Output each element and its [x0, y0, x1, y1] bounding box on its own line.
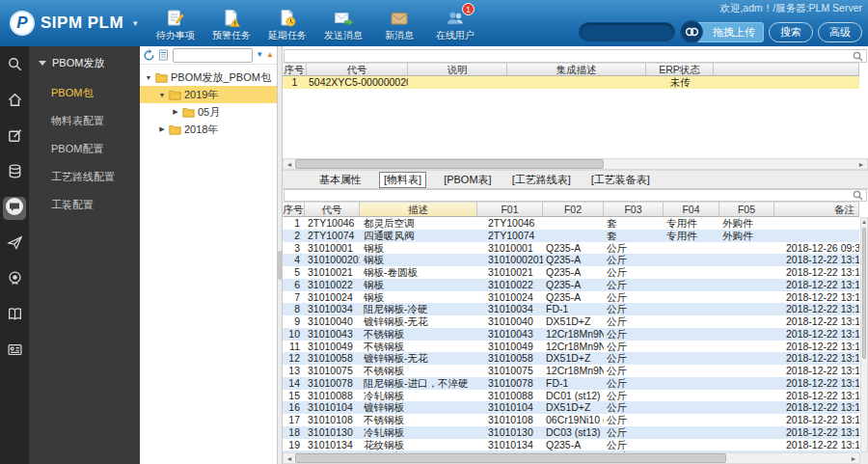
expand-all-icon[interactable]: ▼ [256, 48, 263, 62]
lower-column-header[interactable]: 描述 [360, 202, 477, 217]
sidebar-item-pbom-package[interactable]: PBOM包 [29, 79, 140, 107]
lower-column-header[interactable]: 备注 [774, 202, 859, 217]
scroll-right-icon[interactable]: ► [848, 455, 859, 462]
table-cell: 公斤 [604, 365, 664, 377]
toolbar-item-alert-tasks[interactable]: 预警任务 [206, 8, 257, 42]
upper-column-header[interactable]: 序号 [283, 63, 307, 76]
rail-item-send[interactable] [3, 232, 26, 256]
lower-table-row[interactable]: 831010034阻尼钢板-冷硬31010034FD-1公斤2018-12-22… [283, 303, 859, 315]
advanced-button[interactable]: 高级 [818, 22, 862, 42]
rail-item-messages[interactable] [3, 197, 26, 220]
refresh-icon[interactable] [143, 49, 155, 62]
lower-column-header[interactable]: F04 [664, 202, 719, 217]
lower-table-row[interactable]: 1131010049不锈钢板3101004912Cr18Mn9Ni5...公斤2… [283, 341, 859, 353]
upper-column-header[interactable]: 集成描述 [507, 63, 646, 76]
lower-column-header[interactable]: F03 [604, 202, 664, 217]
caret-expanded-icon[interactable]: ▼ [145, 74, 152, 81]
tab-basic-attributes[interactable]: 基本属性 [316, 172, 365, 188]
lower-table-row[interactable]: 1831010130冷轧钢板31010130DC03 (st13)公斤2018-… [283, 426, 859, 439]
lower-quick-search-bar[interactable] [284, 189, 867, 202]
lower-column-header[interactable]: 序号 [283, 202, 305, 217]
lower-column-header[interactable]: F02 [543, 202, 604, 217]
lower-table-row[interactable]: 731010024钢板31010024Q235-A公斤2018-12-22 13… [283, 291, 859, 304]
lower-horizontal-scrollbar[interactable]: ◄ ► [283, 452, 860, 464]
tree-search-input[interactable] [173, 48, 253, 63]
sidebar-item-tooling-config[interactable]: 工装配置 [29, 191, 140, 219]
upper-column-header[interactable] [714, 63, 859, 76]
tree-node-root[interactable]: ▼ PBOM发放_PBOM包 [140, 68, 277, 86]
rail-item-home[interactable] [3, 90, 26, 113]
scroll-right-icon[interactable]: ► [855, 161, 867, 168]
lower-table-row[interactable]: 1931010134花纹钢板31010134Q235-A公斤2018-12-22… [283, 439, 859, 451]
lower-table-row[interactable]: 1631010104镀锌钢板31010104DX51D+Z公斤2018-12-2… [283, 401, 859, 414]
lower-column-header[interactable]: F05 [719, 202, 774, 217]
rail-item-broadcast[interactable] [3, 268, 26, 291]
lower-table-row[interactable]: 43101000201钢板3101000201Q235-A公斤2018-12-2… [283, 254, 859, 266]
tab-pbom-table[interactable]: [PBOM表] [441, 172, 495, 188]
tree-node-05[interactable]: ▶ 05月 [140, 103, 277, 121]
caret-collapsed-icon[interactable]: ▶ [158, 125, 166, 133]
sidebar-group-pbom-release[interactable]: PBOM发放 [29, 46, 140, 79]
toolbar-item-online-users[interactable]: 1 在线用户 [430, 8, 480, 42]
lower-table-row[interactable]: 1231010058镀锌钢板-无花31010058DX51D+Z公斤2018-1… [283, 352, 859, 365]
lower-vertical-scrollbar[interactable]: ▲ [860, 217, 868, 452]
lower-table-row[interactable]: 1531010088冷轧钢板31010088DC01 (st12)公斤2018-… [283, 390, 859, 402]
scroll-left-icon[interactable]: ◄ [284, 161, 295, 168]
scrollbar-thumb[interactable] [295, 453, 726, 463]
search-button[interactable]: 搜索 [769, 22, 813, 42]
integration-link-icon[interactable] [680, 20, 703, 43]
upper-quick-search-bar[interactable] [284, 49, 867, 63]
toolbar-item-delayed-tasks[interactable]: 延期任务 [262, 8, 312, 42]
upper-column-header[interactable]: 代号 [307, 63, 408, 76]
rail-item-compose[interactable] [3, 125, 26, 149]
upper-column-header[interactable]: 说明 [408, 63, 507, 76]
lower-table-row[interactable]: 531010021钢板-卷圆板31010021Q235-A公斤2018-12-2… [283, 266, 859, 279]
lower-table-row[interactable]: 931010040镀锌钢板-无花31010040DX51D+Z公斤2018-12… [283, 315, 859, 328]
sidebar-item-material-table-config[interactable]: 物料表配置 [29, 107, 140, 135]
lower-table-row[interactable]: 12TY10046都灵后空调2TY10046套专用件外购件 [283, 217, 859, 230]
toolbar-item-send-message[interactable]: 发送消息 [318, 8, 368, 42]
lower-table-row[interactable]: 1031010043不锈钢板3101004312Cr18Mn9Ni5...公斤2… [283, 328, 859, 341]
app-logo[interactable]: P SIPM PLM ▼ [0, 11, 147, 36]
table-cell: 2018-12-22 13:12:33.0 [774, 390, 859, 402]
lower-column-header[interactable]: 代号 [305, 202, 360, 217]
tab-tooling-table[interactable]: [工艺装备表] [588, 172, 653, 188]
sidebar-item-pbom-config[interactable]: PBOM配置 [29, 135, 140, 163]
caret-collapsed-icon[interactable]: ▶ [172, 108, 179, 116]
lower-table-row[interactable]: 1431010078阻尼钢板-进口，不淬硬31010078FD-1公斤2018-… [283, 377, 859, 390]
tab-process-route-table[interactable]: [工艺路线表] [509, 172, 574, 188]
table-cell: 专用件 [664, 217, 719, 230]
toolbar-item-new-message[interactable]: 新消息 [374, 8, 424, 42]
tab-material-table[interactable]: [物料表] [379, 172, 426, 188]
rail-item-data[interactable] [3, 161, 26, 184]
lower-table-row[interactable]: 331010001钢板31010001Q235-A公斤2018-12-26 09… [283, 242, 859, 255]
toolbar-item-todo[interactable]: 待办事项 [150, 8, 201, 42]
tree-node-2019[interactable]: ▼ 2019年 [140, 86, 277, 103]
rail-item-quick-search[interactable] [3, 54, 26, 77]
lower-column-header[interactable]: F01 [477, 202, 543, 217]
scrollbar-thumb[interactable] [295, 159, 604, 169]
collapse-all-icon[interactable]: ▲ [266, 48, 274, 62]
tree-node-2018[interactable]: ▶ 2018年 [140, 121, 277, 138]
drag-upload-button[interactable]: 拖拽上传 [696, 22, 764, 42]
scrollbar-thumb[interactable] [862, 228, 866, 359]
scroll-up-icon[interactable]: ▲ [861, 218, 867, 227]
scroll-left-icon[interactable]: ◄ [284, 455, 295, 462]
table-cell [719, 352, 774, 365]
sidebar-item-process-route-config[interactable]: 工艺路线配置 [29, 163, 140, 191]
global-search-input[interactable] [579, 22, 675, 41]
lower-table-row[interactable]: 1331010075不锈钢板3101007512Cr18Mn9Ni5...公斤2… [283, 365, 859, 377]
upper-column-header[interactable]: ERP状态 [646, 63, 714, 76]
search-icon[interactable] [853, 190, 863, 201]
upper-horizontal-scrollbar[interactable]: ◄ ► [283, 158, 868, 170]
lower-table-row[interactable]: 22TY10074四通暖风阀2TY10074套专用件外购件 [283, 230, 859, 242]
upper-table-row[interactable]: 15042XYC5-00000002019053101未传 [283, 76, 859, 89]
search-icon[interactable] [853, 51, 863, 62]
filter-list-icon[interactable] [158, 49, 170, 61]
rail-item-contacts[interactable] [3, 340, 26, 363]
rail-item-library[interactable] [3, 304, 26, 327]
caret-expanded-icon[interactable]: ▼ [158, 92, 166, 98]
lower-table-row[interactable]: 1731010108不锈钢板3101010806Cr19Ni10 (3...公斤… [283, 414, 859, 426]
table-cell [719, 242, 774, 255]
lower-table-row[interactable]: 631010022钢板31010022Q235-A公斤2018-12-22 13… [283, 279, 859, 291]
